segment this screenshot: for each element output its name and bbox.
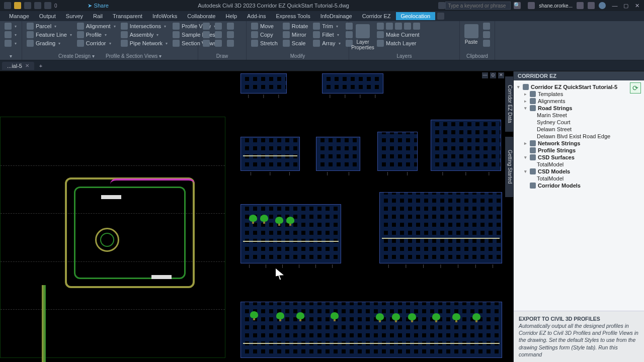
btn-layer-s1[interactable] (375, 22, 422, 30)
tab-close-icon[interactable]: ✕ (25, 63, 29, 68)
btn-line[interactable] (201, 22, 211, 30)
add-tab-button[interactable]: + (36, 61, 45, 70)
btn-assembly[interactable]: Assembly▾ (119, 31, 169, 39)
qat-app-icon[interactable] (4, 2, 11, 9)
help-icon[interactable] (599, 2, 606, 9)
btn-match[interactable] (481, 39, 492, 47)
tree-rs-sydney[interactable]: Sydney Court (516, 119, 642, 126)
btn-cut[interactable] (481, 22, 492, 30)
menu-manage[interactable]: Manage (4, 12, 34, 20)
btn-copy2[interactable] (481, 31, 492, 39)
btn-intersections[interactable]: Intersections▾ (119, 22, 169, 30)
play-icon[interactable] (438, 2, 445, 9)
tree-rs-marin[interactable]: Marin Street (516, 112, 642, 119)
section-sheet-4[interactable]: || (316, 137, 360, 171)
btn-polyline[interactable] (201, 31, 211, 39)
tree-totalmodel1[interactable]: TotalModel (516, 161, 642, 168)
btn-stretch[interactable]: Stretch (250, 39, 279, 47)
btn-copy[interactable]: Copy (250, 31, 279, 39)
btn-layer-properties[interactable]: Layer Properties (352, 22, 373, 52)
profile-view-2[interactable]: ||||||| (379, 192, 502, 263)
btn-circle[interactable] (213, 22, 223, 30)
btn-corridor[interactable]: Corridor▾ (75, 39, 117, 47)
btn-mirror[interactable]: Mirror (281, 31, 309, 39)
tree-csdmodels[interactable]: ▾CSD Models (516, 168, 642, 175)
cart-icon[interactable] (577, 2, 584, 9)
btn-trim[interactable]: Trim▾ (311, 22, 342, 30)
btn-tool3[interactable]: ▾ (3, 39, 18, 47)
btn-paste[interactable]: Paste (463, 22, 479, 52)
btn-match-layer[interactable]: Match Layer (375, 39, 422, 47)
qat-undo-icon[interactable] (44, 2, 51, 9)
menu-help[interactable]: Help (220, 12, 242, 20)
profile-view-long[interactable] (240, 302, 502, 358)
profile-view-1[interactable]: |||||| (240, 204, 341, 263)
search-input[interactable] (445, 2, 511, 10)
btn-spline[interactable] (213, 39, 223, 47)
tree-root[interactable]: ▾Corridor EZ QuickStart Tutorial-5 (516, 83, 642, 90)
btn-scale[interactable]: Scale (281, 39, 309, 47)
section-sheet-2[interactable]: |||| (322, 73, 383, 94)
btn-tool1[interactable]: ▾ (3, 22, 18, 30)
tree-templates[interactable]: ▸Templates (516, 90, 642, 98)
tree-csdsurfaces[interactable]: ▾CSD Surfaces (516, 154, 642, 161)
refresh-button[interactable]: ⟳ (630, 82, 641, 94)
ribbon-expand-icon[interactable] (437, 13, 444, 20)
menu-rail[interactable]: Rail (88, 12, 108, 20)
bulb-icon[interactable] (14, 2, 21, 9)
btn-arc[interactable] (201, 39, 211, 47)
drawing-canvas[interactable]: — ⊙ ✕ Corridor EZ Data Getting Started (0, 71, 513, 362)
menu-output[interactable]: Output (34, 12, 61, 20)
tree-rs-delawnblvd[interactable]: Delawn Blvd Exist Road Edge (516, 133, 642, 140)
tree-totalmodel2[interactable]: TotalModel (516, 175, 642, 182)
qat-save-icon[interactable] (34, 2, 41, 9)
share-button[interactable]: ➤ Share (88, 3, 109, 9)
btn-alignment[interactable]: Alignment▾ (75, 22, 117, 30)
plan-viewport[interactable] (0, 117, 225, 358)
menu-corridorez[interactable]: Corridor EZ (357, 12, 396, 20)
btn-pipenetwork[interactable]: Pipe Network▾ (119, 39, 169, 47)
account-area[interactable]: shane.ororke... (524, 2, 610, 9)
search-icon[interactable]: 🔍 (514, 2, 521, 9)
btn-grading[interactable]: Grading▾ (25, 39, 73, 47)
tree-view[interactable]: ▾Corridor EZ QuickStart Tutorial-5 ▸Temp… (514, 80, 644, 192)
btn-rotate[interactable]: Rotate (281, 22, 309, 30)
vtab-getting-started[interactable]: Getting Started (505, 137, 513, 197)
tree-profilestrings[interactable]: Profile Strings (516, 147, 642, 154)
tree-corridormodels[interactable]: Corridor Models (516, 182, 642, 189)
btn-make-current[interactable]: Make Current (375, 31, 422, 39)
palette-close-icon[interactable]: ✕ (498, 72, 504, 78)
apps-icon[interactable] (588, 2, 595, 9)
btn-rect[interactable] (225, 22, 235, 30)
btn-ellipse[interactable] (225, 39, 235, 47)
vtab-corridorez-data[interactable]: Corridor EZ Data (505, 76, 513, 132)
qat-open-icon[interactable] (24, 2, 31, 9)
tree-rs-delawn[interactable]: Delawn Street (516, 126, 642, 133)
section-sheet-1[interactable]: ||| (240, 73, 287, 94)
menu-survey[interactable]: Survey (61, 12, 88, 20)
btn-profile[interactable]: Profile▾ (75, 31, 117, 39)
minimize-button[interactable]: — (610, 2, 620, 10)
btn-fillet[interactable]: Fillet▾ (311, 31, 342, 39)
palette-pin-icon[interactable]: ⊙ (490, 72, 496, 78)
palette-min-icon[interactable]: — (482, 72, 488, 78)
section-sheet-3[interactable]: ||| (240, 137, 300, 171)
menu-transparent[interactable]: Transparent (108, 12, 147, 20)
menu-addins[interactable]: Add-ins (242, 12, 271, 20)
tree-alignments[interactable]: ▸Alignments (516, 98, 642, 105)
menu-geolocation[interactable]: Geolocation (396, 12, 436, 20)
btn-tool2[interactable]: ▾ (3, 31, 18, 39)
section-sheet-5[interactable]: || (377, 132, 418, 171)
tree-roadstrings[interactable]: ▾Road Strings (516, 105, 642, 112)
section-sheet-6[interactable]: ||| (431, 120, 501, 171)
btn-move[interactable]: Move (250, 22, 279, 30)
close-button[interactable]: ✕ (632, 2, 642, 10)
menu-infoworks[interactable]: InfoWorks (147, 12, 182, 20)
btn-featureline[interactable]: Feature Line▾ (25, 31, 73, 39)
btn-parcel[interactable]: Parcel▾ (25, 22, 73, 30)
btn-hatch[interactable] (225, 31, 235, 39)
tree-networkstrings[interactable]: ▸Network Strings (516, 140, 642, 147)
menu-expresstools[interactable]: Express Tools (271, 12, 315, 20)
doc-tab[interactable]: ...ial-5 ✕ (2, 62, 34, 70)
maximize-button[interactable]: ▢ (621, 2, 631, 10)
